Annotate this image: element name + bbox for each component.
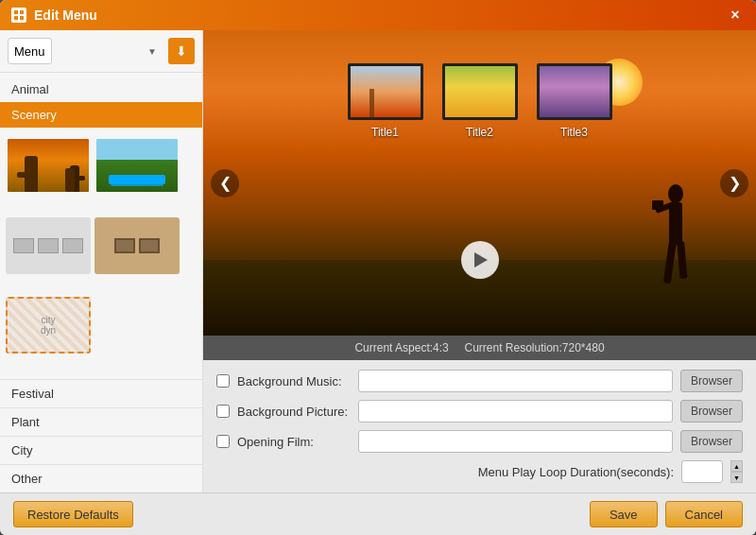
thumb-label-1: Title1 <box>371 126 399 139</box>
cancel-button[interactable]: Cancel <box>665 501 743 527</box>
footer-right: Save Cancel <box>590 501 743 527</box>
nav-next-button[interactable]: ❯ <box>720 169 748 198</box>
loop-spinner: ▲ ▼ <box>730 460 743 483</box>
close-button[interactable]: × <box>726 6 745 25</box>
options-area: Background Music: Browser Background Pic… <box>203 360 756 492</box>
play-button[interactable] <box>461 241 499 279</box>
svg-rect-3 <box>20 16 24 20</box>
svg-point-4 <box>668 184 683 203</box>
background-music-input[interactable] <box>358 370 673 392</box>
menu-item-animal[interactable]: Animal <box>0 77 202 102</box>
svg-rect-1 <box>20 10 24 14</box>
menu-item-city[interactable]: City <box>0 436 202 464</box>
background-picture-input[interactable] <box>358 400 673 423</box>
opening-film-label: Opening Film: <box>237 435 351 449</box>
loop-row: Menu Play Loop Duration(seconds): 30 ▲ ▼ <box>216 460 743 483</box>
background-music-row: Background Music: Browser <box>216 370 743 392</box>
save-button[interactable]: Save <box>590 501 658 527</box>
thumb-label-3: Title3 <box>560 126 588 139</box>
edit-menu-dialog: Edit Menu × Menu ▼ ⬇ Animal Scenery <box>0 0 756 535</box>
background-music-browser-button[interactable]: Browser <box>680 370 743 392</box>
svg-rect-6 <box>663 240 677 284</box>
menu-dropdown-wrapper: Menu ▼ <box>8 38 163 64</box>
opening-film-browser-button[interactable]: Browser <box>680 430 743 453</box>
download-button[interactable]: ⬇ <box>168 38 195 64</box>
thumbnail-item[interactable] <box>94 217 180 274</box>
thumbnail-item[interactable] <box>94 137 180 194</box>
loop-increment-button[interactable]: ▲ <box>730 460 743 472</box>
thumb-image-1 <box>348 63 423 120</box>
title-bar-left: Edit Menu <box>11 8 97 23</box>
svg-rect-5 <box>669 202 682 245</box>
person-silhouette <box>643 180 709 302</box>
dropdown-arrow-icon: ▼ <box>147 46 157 57</box>
thumbnail-item[interactable] <box>6 217 91 274</box>
background-picture-row: Background Picture: Browser <box>216 400 743 423</box>
play-icon <box>474 252 488 268</box>
loop-decrement-button[interactable]: ▼ <box>730 472 743 483</box>
svg-rect-7 <box>677 241 687 280</box>
preview-thumb-2[interactable]: Title2 <box>442 63 518 139</box>
thumb-image-2 <box>442 63 518 120</box>
loop-duration-input[interactable]: 30 <box>681 460 723 483</box>
footer: Restore Defaults Save Cancel <box>0 492 756 535</box>
opening-film-input[interactable] <box>358 430 673 453</box>
thumbnail-grid: citydyn <box>0 131 202 379</box>
restore-defaults-button[interactable]: Restore Defaults <box>13 501 133 527</box>
menu-dropdown[interactable]: Menu <box>8 38 52 64</box>
thumb-label-2: Title2 <box>466 126 493 139</box>
loop-label: Menu Play Loop Duration(seconds): <box>478 465 674 479</box>
sidebar-header: Menu ▼ ⬇ <box>0 30 202 73</box>
opening-film-row: Opening Film: Browser <box>216 430 743 453</box>
bottom-menu-list: Festival Plant City Other <box>0 379 202 492</box>
background-picture-label: Background Picture: <box>237 405 351 419</box>
preview-area: ❮ ❯ Title1 Title2 <box>203 30 756 336</box>
menu-list: Animal Scenery <box>0 73 202 131</box>
svg-rect-0 <box>14 10 18 14</box>
menu-item-plant[interactable]: Plant <box>0 407 202 436</box>
svg-rect-9 <box>652 200 663 210</box>
background-music-checkbox[interactable] <box>216 374 230 388</box>
opening-film-checkbox[interactable] <box>216 435 230 448</box>
sidebar: Menu ▼ ⬇ Animal Scenery <box>0 30 203 492</box>
dialog-icon <box>11 8 26 23</box>
thumbnail-item[interactable]: citydyn <box>6 297 91 354</box>
menu-item-festival[interactable]: Festival <box>0 379 202 407</box>
svg-rect-2 <box>14 16 18 20</box>
menu-item-scenery[interactable]: Scenery <box>0 102 202 128</box>
main-area: Menu ▼ ⬇ Animal Scenery <box>0 30 756 492</box>
title-bar: Edit Menu × <box>0 0 756 30</box>
nav-prev-button[interactable]: ❮ <box>211 169 239 198</box>
background-picture-checkbox[interactable] <box>216 405 230 418</box>
menu-item-other[interactable]: Other <box>0 464 202 492</box>
aspect-bar: Current Aspect:4:3 Current Resolution:72… <box>203 336 756 360</box>
content-area: ❮ ❯ Title1 Title2 <box>203 30 756 492</box>
background-picture-browser-button[interactable]: Browser <box>680 400 743 423</box>
dialog-title: Edit Menu <box>34 8 97 23</box>
thumbnail-item[interactable] <box>6 137 91 194</box>
thumb-image-3 <box>537 63 612 120</box>
preview-thumb-3[interactable]: Title3 <box>537 63 612 139</box>
background-music-label: Background Music: <box>237 374 351 388</box>
preview-thumb-1[interactable]: Title1 <box>348 63 423 139</box>
preview-thumbnails: Title1 Title2 Title3 <box>348 63 612 139</box>
